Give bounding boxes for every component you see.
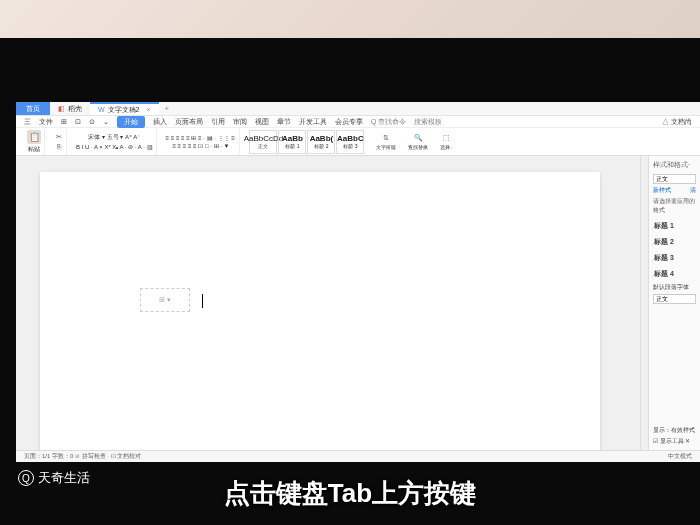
menu-file[interactable]: 文件	[39, 117, 53, 127]
menu-insert[interactable]: 插入	[153, 117, 167, 127]
close-icon[interactable]: ×	[147, 106, 151, 113]
style-label: 正文	[258, 143, 268, 149]
text-cursor	[202, 294, 203, 308]
tab-doc1[interactable]: ◧ 稻壳	[50, 102, 90, 115]
new-style-link[interactable]: 新样式	[653, 186, 671, 195]
style-label: 标题 1	[285, 143, 299, 149]
styles-panel: 样式和格式· 新样式 清 请选择要应用的格式 标题 1 标题 2 标题 3 标题…	[648, 156, 700, 450]
status-left: 页面：1/1 字数：0 ⊙ 拼写检查 · ⊡ 文档校对	[24, 452, 141, 461]
find-label: 查找替换	[408, 144, 428, 150]
document-page[interactable]: ⊞ ▾	[40, 172, 600, 450]
style-preview: AaBb	[282, 134, 303, 143]
para-controls-row2[interactable]: ≡ ≡ ≡ ≡ ≡ ⊡ □ · ⊞ · ▼	[172, 142, 229, 149]
ribbon-toolbar: 📋 粘贴 ✂ ⎘ 宋体 ▾ 五号 ▾ A⁺ A⁻ B I U · A × X² …	[16, 128, 700, 156]
menu-chapter[interactable]: 章节	[277, 117, 291, 127]
video-caption: 点击键盘Tab上方按键	[0, 476, 700, 511]
menu-search[interactable]: Q 查找命令	[371, 117, 406, 127]
document-tabs: 首页 ◧ 稻壳 W 文字文稿2 × +	[16, 102, 700, 116]
font-controls-row1[interactable]: 宋体 ▾ 五号 ▾ A⁺ A⁻	[88, 133, 140, 142]
desktop-background	[0, 0, 700, 38]
add-tab-button[interactable]: +	[159, 104, 176, 113]
menu-icon[interactable]: ⊙	[89, 118, 95, 126]
menu-reference[interactable]: 引用	[211, 117, 225, 127]
ribbon-edit-group: ⇅ 文字排版	[373, 129, 399, 155]
menu-icon[interactable]: ⊞	[61, 118, 67, 126]
menu-icon[interactable]: ⊡	[75, 118, 81, 126]
clear-link[interactable]: 清	[690, 186, 696, 195]
body-style-input[interactable]	[653, 294, 696, 304]
menu-dropdown-icon[interactable]: ⌄	[103, 118, 109, 126]
style-normal[interactable]: AaBbCcDd 正文	[249, 130, 277, 154]
text-arrange-icon[interactable]: ⇅	[382, 134, 391, 143]
menu-layout[interactable]: 页面布局	[175, 117, 203, 127]
style-h2[interactable]: AaBb( 标题 2	[307, 130, 335, 154]
tab-label: 文字文稿2	[108, 105, 140, 115]
panel-title: 样式和格式·	[653, 160, 696, 170]
menu-start[interactable]: 开始	[117, 116, 145, 128]
menu-hamburger[interactable]: 三	[24, 117, 31, 127]
tab-doc2[interactable]: W 文字文稿2 ×	[90, 102, 159, 115]
style-preview: AaBbCcDd	[244, 134, 284, 143]
styles-gallery: AaBbCcDd 正文 AaBb 标题 1 AaBb( 标题 2 AaBbC 标…	[249, 130, 364, 154]
document-viewport[interactable]: ⊞ ▾	[16, 156, 640, 450]
ribbon-clipboard-icons: ✂ ⎘	[51, 129, 67, 155]
ribbon-styles-group: AaBbCcDd 正文 AaBb 标题 1 AaBb( 标题 2 AaBbC 标…	[246, 129, 367, 155]
style-heading4[interactable]: 标题 4	[653, 267, 696, 281]
ribbon-paste-group: 📋 粘贴	[24, 129, 45, 155]
show-dropdown[interactable]: 显示：有效样式	[653, 426, 696, 435]
panel-footer[interactable]: ☑ 显示工具 ✕	[653, 437, 696, 446]
copy-icon[interactable]: ⎘	[54, 142, 63, 151]
content-area: ⊞ ▾ 样式和格式· 新样式 清 请选择要应用的格式 标题 1 标题 2 标题 …	[16, 156, 700, 450]
menu-right-item[interactable]: △ 文档尚	[662, 117, 692, 127]
video-frame: 首页 ◧ 稻壳 W 文字文稿2 × + 三 文件 ⊞ ⊡ ⊙ ⌄ 开始 插入 页…	[0, 38, 700, 525]
menu-view[interactable]: 视图	[255, 117, 269, 127]
wps-window: 首页 ◧ 稻壳 W 文字文稿2 × + 三 文件 ⊞ ⊡ ⊙ ⌄ 开始 插入 页…	[16, 102, 700, 462]
style-preview: AaBbC	[337, 134, 364, 143]
search-icon[interactable]: 🔍	[414, 134, 423, 143]
ribbon-font-group: 宋体 ▾ 五号 ▾ A⁺ A⁻ B I U · A × X² X₂ A · ⊘ …	[73, 129, 157, 155]
ribbon-select-group: ⬚ 选择·	[437, 129, 454, 155]
vertical-scrollbar[interactable]	[640, 156, 648, 450]
style-h3[interactable]: AaBbC 标题 3	[336, 130, 364, 154]
text-arrange-label: 文字排版	[376, 144, 396, 150]
status-right: 中文模式	[668, 452, 692, 461]
menu-bar: 三 文件 ⊞ ⊡ ⊙ ⌄ 开始 插入 页面布局 引用 审阅 视图 章节 开发工具…	[16, 116, 700, 128]
style-heading3[interactable]: 标题 3	[653, 251, 696, 265]
select-icon[interactable]: ⬚	[442, 134, 451, 143]
margin-indicator: ⊞ ▾	[140, 288, 190, 312]
select-label: 选择·	[440, 144, 451, 150]
style-label: 标题 3	[343, 143, 357, 149]
menu-template-search[interactable]: 搜索模板	[414, 117, 442, 127]
menu-member[interactable]: 会员专享	[335, 117, 363, 127]
style-heading2[interactable]: 标题 2	[653, 235, 696, 249]
style-heading1[interactable]: 标题 1	[653, 219, 696, 233]
paste-label: 粘贴	[28, 145, 40, 154]
current-style-input[interactable]	[653, 174, 696, 184]
doc-icon: W	[98, 106, 105, 113]
style-h1[interactable]: AaBb 标题 1	[278, 130, 306, 154]
ribbon-find-group: 🔍 查找替换	[405, 129, 431, 155]
style-preview: AaBb(	[310, 134, 334, 143]
menu-devtools[interactable]: 开发工具	[299, 117, 327, 127]
pick-format-label: 请选择要应用的格式	[653, 197, 696, 215]
style-label: 标题 2	[314, 143, 328, 149]
doc-icon: ◧	[58, 105, 65, 113]
tab-home[interactable]: 首页	[16, 102, 50, 115]
default-font-label[interactable]: 默认段落字体	[653, 283, 696, 292]
menu-review[interactable]: 审阅	[233, 117, 247, 127]
cut-icon[interactable]: ✂	[54, 132, 63, 141]
tab-label: 稻壳	[68, 104, 82, 114]
font-controls-row2[interactable]: B I U · A × X² X₂ A · ⊘ · A · ▥	[76, 143, 153, 150]
status-bar: 页面：1/1 字数：0 ⊙ 拼写检查 · ⊡ 文档校对 中文模式	[16, 450, 700, 462]
paste-icon[interactable]: 📋	[27, 130, 41, 144]
ribbon-paragraph-group: ≡ ≡ ≡ ≡ ≡ ⊞ ≡ · ▤ · ⋮⋮ ≡· ≡ ≡ ≡ ≡ ≡ ⊡ □ …	[163, 129, 241, 155]
para-controls-row1[interactable]: ≡ ≡ ≡ ≡ ≡ ⊞ ≡ · ▤ · ⋮⋮ ≡·	[166, 134, 237, 141]
